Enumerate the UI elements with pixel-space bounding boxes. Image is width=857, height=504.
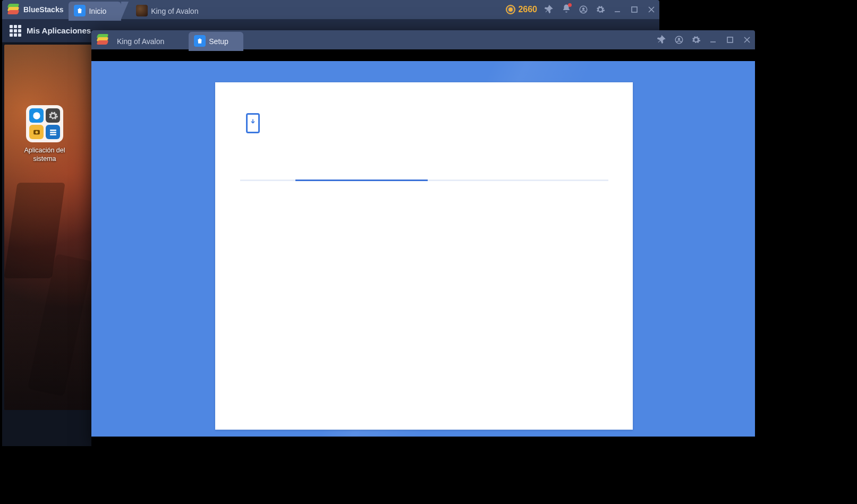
bluestacks-setup-window: King of Avalon Setup [91,30,755,446]
titlebar-right-controls: 2660 [506,0,656,19]
shopping-bag-icon [74,5,86,16]
tab-label: Setup [209,37,228,46]
maximize-button[interactable] [630,5,639,14]
system-app-icon [26,105,63,142]
setup-titlebar-right [657,30,752,49]
account-icon[interactable] [674,35,684,45]
my-apps-label: Mis Aplicaciones [27,26,91,35]
svg-rect-3 [632,7,637,12]
tab-label: King of Avalon [151,7,198,15]
svg-point-8 [35,131,38,133]
svg-point-1 [582,7,585,10]
game-thumbnail-icon [136,5,148,16]
setup-titlebar: King of Avalon Setup [91,30,755,49]
gear-icon[interactable] [596,5,605,14]
coin-icon [506,5,515,14]
bluestacks-logo-icon [97,34,108,46]
svg-point-13 [678,38,681,40]
shopping-bag-icon [194,35,206,47]
tab-king-of-avalon-front[interactable]: King of Avalon [113,32,179,51]
system-app-label: Aplicación del sistema [23,147,66,163]
tab-label: Inicio [89,7,106,15]
maximize-button[interactable] [725,35,735,45]
account-icon[interactable] [579,5,588,14]
close-button[interactable] [647,5,656,14]
minimize-button[interactable] [708,35,718,45]
svg-rect-15 [727,37,733,42]
svg-rect-9 [50,130,56,131]
minimize-button[interactable] [613,5,622,14]
coin-balance[interactable]: 2660 [506,5,537,14]
tab-king-of-avalon[interactable]: King of Avalon [131,2,213,21]
setup-card [215,82,633,430]
coin-value: 2660 [518,5,537,14]
apps-grid-icon[interactable] [10,25,21,37]
notifications-button[interactable] [562,4,571,15]
close-button[interactable] [742,35,752,45]
notification-dot-icon [568,3,572,7]
download-to-device-icon [246,113,260,133]
svg-rect-11 [50,134,56,135]
setup-canvas [91,61,755,437]
main-titlebar: BlueStacks Inicio King of Avalon 2660 [2,0,659,19]
pin-icon[interactable] [657,35,667,45]
game-splash-image [4,45,91,410]
bluestacks-logo-icon [7,4,19,15]
tab-setup[interactable]: Setup [189,32,243,51]
brand-label: BlueStacks [23,0,63,19]
pin-icon[interactable] [545,5,554,14]
svg-point-6 [33,112,40,119]
tab-inicio[interactable]: Inicio [69,2,121,21]
setup-progress-bar [240,180,608,181]
gear-icon[interactable] [691,35,701,45]
progress-fill [295,180,428,181]
svg-rect-10 [50,132,56,133]
system-app-shortcut[interactable]: Aplicación del sistema [23,105,66,163]
tab-label: King of Avalon [117,37,164,46]
